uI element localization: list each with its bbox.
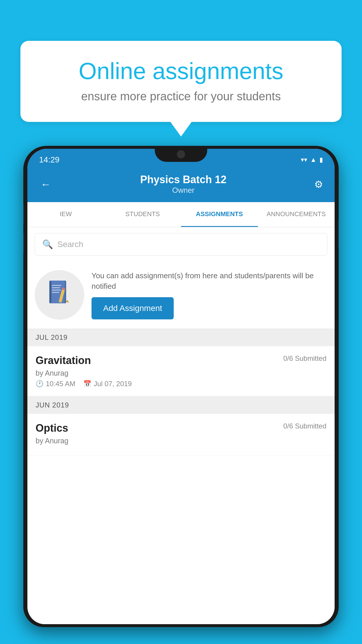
header-title: Physics Batch 12 bbox=[140, 174, 226, 186]
clock-icon: 🕐 bbox=[36, 380, 43, 388]
assignment-author-optics: by Anurag bbox=[36, 437, 326, 445]
section-header-jul: JUL 2019 bbox=[27, 329, 335, 346]
search-icon: 🔍 bbox=[42, 239, 53, 249]
assignment-row-top: Gravitation 0/6 Submitted bbox=[36, 354, 326, 367]
svg-rect-4 bbox=[52, 287, 60, 288]
date-item: 📅 Jul 07, 2019 bbox=[83, 380, 132, 388]
status-icons: ▾▾ ▲ ▮ bbox=[301, 156, 323, 164]
battery-icon: ▮ bbox=[319, 156, 323, 164]
vol-up-button bbox=[23, 204, 24, 225]
settings-icon[interactable]: ⚙ bbox=[314, 178, 323, 190]
add-assignment-button[interactable]: Add Assignment bbox=[92, 297, 174, 319]
svg-rect-5 bbox=[52, 290, 61, 290]
bubble-title: Online assignments bbox=[41, 58, 321, 84]
speech-bubble: Online assignments ensure more practice … bbox=[20, 41, 342, 122]
promo-text-area: You can add assignment(s) from here and … bbox=[92, 270, 327, 320]
tab-iew[interactable]: IEW bbox=[27, 202, 104, 227]
section-header-jun: JUN 2019 bbox=[27, 396, 335, 414]
tab-announcements[interactable]: ANNOUNCEMENTS bbox=[258, 202, 335, 227]
calendar-icon: 📅 bbox=[83, 380, 91, 388]
svg-rect-2 bbox=[50, 281, 51, 302]
status-time: 14:29 bbox=[39, 155, 59, 164]
search-input[interactable]: 🔍 Search bbox=[35, 233, 327, 256]
wifi-icon: ▾▾ bbox=[301, 156, 307, 164]
time-item: 🕐 10:45 AM bbox=[36, 380, 75, 388]
signal-icon: ▲ bbox=[310, 156, 317, 164]
bubble-subtitle: ensure more practice for your students bbox=[41, 90, 321, 103]
tab-students[interactable]: STUDENTS bbox=[104, 202, 181, 227]
svg-rect-3 bbox=[52, 285, 61, 286]
back-button[interactable]: ← bbox=[39, 177, 52, 192]
phone-frame: 14:29 ▾▾ ▲ ▮ ← Physics Batch 12 Owner ⚙ … bbox=[23, 146, 339, 627]
assignment-time: 10:45 AM bbox=[46, 380, 75, 388]
promo-block: You can add assignment(s) from here and … bbox=[27, 261, 335, 329]
phone-notch bbox=[155, 146, 207, 162]
promo-icon-circle bbox=[35, 270, 84, 320]
assignment-row-top-optics: Optics 0/6 Submitted bbox=[36, 422, 326, 434]
assignment-name-optics: Optics bbox=[36, 422, 68, 434]
assignment-date: Jul 07, 2019 bbox=[94, 380, 132, 388]
assignment-submitted-optics: 0/6 Submitted bbox=[283, 422, 326, 430]
app-header: ← Physics Batch 12 Owner ⚙ bbox=[27, 168, 335, 202]
phone-camera bbox=[177, 150, 185, 158]
speech-bubble-container: Online assignments ensure more practice … bbox=[20, 41, 342, 122]
notebook-icon bbox=[48, 279, 71, 311]
header-subtitle: Owner bbox=[140, 186, 226, 195]
svg-rect-6 bbox=[52, 292, 59, 293]
assignment-author-gravitation: by Anurag bbox=[36, 369, 326, 377]
search-placeholder: Search bbox=[57, 240, 83, 249]
assignment-item-optics[interactable]: Optics 0/6 Submitted by Anurag bbox=[27, 414, 335, 456]
assignment-item-gravitation[interactable]: Gravitation 0/6 Submitted by Anurag 🕐 10… bbox=[27, 346, 335, 396]
assignment-time-row-gravitation: 🕐 10:45 AM 📅 Jul 07, 2019 bbox=[36, 380, 326, 388]
promo-description: You can add assignment(s) from here and … bbox=[92, 270, 327, 292]
content-area: 🔍 Search bbox=[27, 227, 335, 624]
vol-down-button bbox=[23, 233, 24, 254]
power-button bbox=[338, 219, 339, 248]
phone-screen: 14:29 ▾▾ ▲ ▮ ← Physics Batch 12 Owner ⚙ … bbox=[27, 149, 335, 624]
tabs-bar: IEW STUDENTS ASSIGNMENTS ANNOUNCEMENTS bbox=[27, 202, 335, 227]
tab-assignments[interactable]: ASSIGNMENTS bbox=[181, 202, 258, 227]
assignment-name-gravitation: Gravitation bbox=[36, 354, 91, 367]
assignment-submitted-gravitation: 0/6 Submitted bbox=[283, 354, 326, 363]
phone-container: 14:29 ▾▾ ▲ ▮ ← Physics Batch 12 Owner ⚙ … bbox=[23, 146, 339, 644]
search-container: 🔍 Search bbox=[27, 227, 335, 261]
header-center: Physics Batch 12 Owner bbox=[140, 174, 226, 195]
